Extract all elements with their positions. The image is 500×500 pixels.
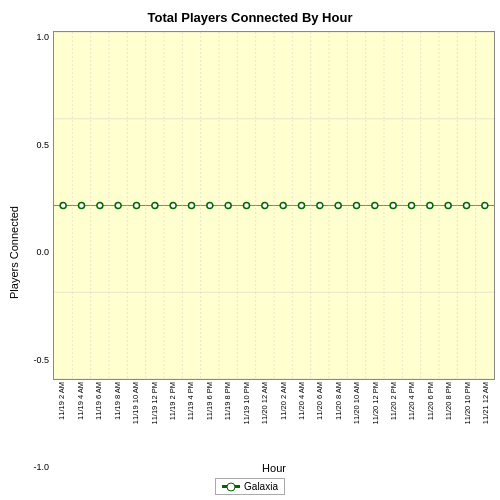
svg-point-36 (207, 203, 213, 209)
svg-point-33 (152, 203, 158, 209)
x-tick: 11/19 4 PM (182, 382, 200, 420)
svg-point-49 (445, 203, 451, 209)
svg-point-34 (170, 203, 176, 209)
x-tick: 11/19 10 AM (127, 382, 145, 424)
x-tick: 11/20 8 PM (440, 382, 458, 420)
svg-point-32 (134, 203, 140, 209)
chart-title: Total Players Connected By Hour (148, 10, 353, 25)
x-tick: 11/20 6 PM (421, 382, 439, 420)
svg-point-29 (79, 203, 85, 209)
legend: Galaxia (215, 478, 285, 495)
x-tick: 11/20 4 PM (403, 382, 421, 420)
y-tick: 0.0 (36, 248, 49, 257)
y-tick: -0.5 (33, 356, 49, 365)
svg-point-44 (354, 203, 360, 209)
y-tick: 1.0 (36, 33, 49, 42)
svg-point-39 (262, 203, 268, 209)
svg-point-30 (97, 203, 103, 209)
x-tick: 11/19 6 PM (200, 382, 218, 420)
x-tick: 11/20 4 AM (292, 382, 310, 420)
x-tick: 11/19 8 PM (219, 382, 237, 420)
x-tick: 11/19 6 AM (90, 382, 108, 420)
x-tick: 11/20 2 PM (385, 382, 403, 420)
svg-point-45 (372, 203, 378, 209)
svg-point-42 (317, 203, 323, 209)
x-tick: 11/19 12 PM (145, 382, 163, 425)
x-tick: 11/20 2 AM (274, 382, 292, 420)
y-tick: -1.0 (33, 463, 49, 472)
svg-point-46 (390, 203, 396, 209)
x-tick: 11/20 6 AM (311, 382, 329, 420)
svg-point-48 (427, 203, 433, 209)
legend-series-name: Galaxia (244, 481, 278, 492)
svg-point-50 (464, 203, 470, 209)
grid-svg (54, 32, 494, 379)
svg-point-41 (299, 203, 305, 209)
x-tick: 11/19 8 AM (108, 382, 126, 420)
y-axis: 1.00.50.0-0.5-1.0 (23, 31, 53, 474)
svg-point-28 (60, 203, 66, 209)
x-tick: 11/20 12 AM (256, 382, 274, 424)
chart-container: Total Players Connected By Hour Players … (0, 0, 500, 500)
x-tick: 11/21 12 AM (477, 382, 495, 424)
x-tick: 11/20 12 PM (366, 382, 384, 425)
x-axis-label: Hour (53, 462, 495, 474)
svg-point-37 (225, 203, 231, 209)
x-tick: 11/20 10 PM (458, 382, 476, 425)
svg-point-43 (335, 203, 341, 209)
chart-area: Players Connected 1.00.50.0-0.5-1.0 (5, 31, 495, 474)
x-tick: 11/19 4 AM (71, 382, 89, 420)
svg-point-51 (482, 203, 488, 209)
svg-point-38 (244, 203, 250, 209)
svg-point-31 (115, 203, 121, 209)
x-tick: 11/19 2 AM (53, 382, 71, 420)
svg-point-47 (409, 203, 415, 209)
x-axis: 11/19 2 AM11/19 4 AM11/19 6 AM11/19 8 AM… (53, 380, 495, 460)
x-tick: 11/20 8 AM (329, 382, 347, 420)
plot-and-xaxis: 11/19 2 AM11/19 4 AM11/19 6 AM11/19 8 AM… (53, 31, 495, 474)
y-tick: 0.5 (36, 141, 49, 150)
plot-area (53, 31, 495, 380)
x-tick: 11/20 10 AM (348, 382, 366, 424)
y-axis-label: Players Connected (5, 31, 23, 474)
x-tick: 11/19 10 PM (237, 382, 255, 425)
svg-point-40 (280, 203, 286, 209)
svg-point-35 (189, 203, 195, 209)
x-tick: 11/19 2 PM (164, 382, 182, 420)
legend-color-swatch (222, 485, 240, 488)
